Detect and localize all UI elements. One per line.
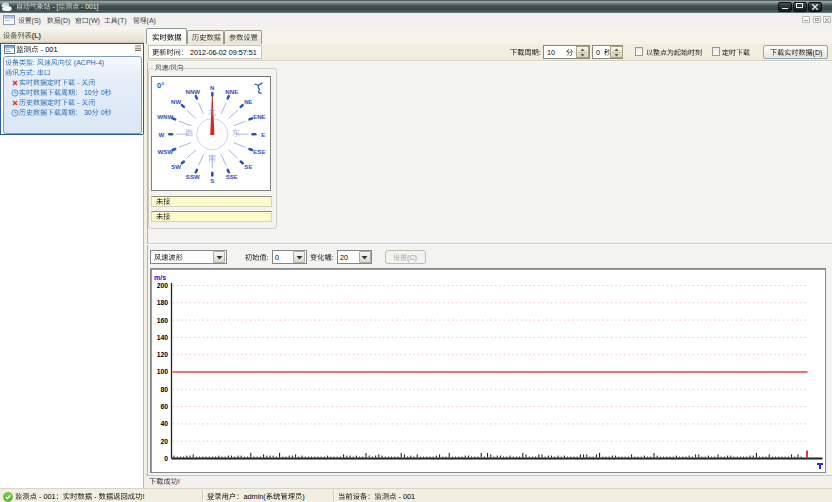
svg-text:): ) (302, 492, 304, 501)
svg-text::: : (331, 253, 335, 262)
svg-text:2012-06-02 09:57:51: 2012-06-02 09:57:51 (188, 48, 257, 57)
svg-text:100: 100 (157, 368, 169, 375)
svg-text:ENE: ENE (253, 112, 266, 119)
svg-text:- 001: - 001 (37, 492, 56, 501)
svg-text:20: 20 (160, 437, 168, 444)
svg-text:180: 180 (157, 299, 169, 306)
svg-text:0: 0 (596, 48, 600, 57)
svg-text:NW: NW (171, 97, 181, 104)
svg-text::: : (33, 69, 37, 76)
svg-text:SSE: SSE (226, 173, 238, 180)
svg-text::: : (266, 253, 270, 262)
svg-text:!: ! (142, 492, 144, 501)
svg-text:200: 200 (157, 281, 169, 288)
svg-text:(W): (W) (89, 17, 100, 25)
svg-text:-: - (92, 492, 99, 501)
svg-text:40: 40 (160, 420, 168, 427)
svg-text:- 001]: - 001] (79, 3, 98, 11)
svg-text:60: 60 (160, 403, 168, 410)
svg-text:SSW: SSW (186, 173, 200, 180)
svg-text:S: S (210, 176, 214, 183)
svg-text:NE: NE (244, 97, 252, 104)
svg-text:140: 140 (157, 333, 169, 340)
svg-text:10: 10 (547, 48, 555, 57)
svg-text:(D): (D) (60, 17, 70, 25)
svg-text:(S): (S) (32, 17, 41, 25)
svg-text:!: ! (178, 477, 180, 486)
svg-text:SW: SW (171, 163, 181, 170)
svg-text:0: 0 (275, 253, 279, 262)
svg-text:E: E (261, 130, 265, 137)
svg-text:0: 0 (99, 89, 105, 96)
svg-text:WNW: WNW (157, 112, 173, 119)
svg-text:(C): (C) (407, 253, 417, 262)
svg-text:N: N (210, 84, 214, 91)
svg-text:(T): (T) (118, 17, 127, 25)
svg-text:SE: SE (244, 163, 252, 170)
svg-text:- 001: - 001 (396, 492, 415, 501)
svg-text:m/s: m/s (154, 274, 166, 281)
svg-text:30: 30 (82, 109, 92, 116)
svg-text:0: 0 (99, 109, 105, 116)
svg-text:(ACPH-4): (ACPH-4) (72, 59, 104, 67)
svg-text:WSW: WSW (157, 148, 173, 155)
svg-text:- 001: - 001 (39, 45, 58, 54)
svg-text:(D): (D) (812, 49, 822, 57)
svg-text:NNE: NNE (225, 87, 238, 94)
svg-text:admin(: admin( (243, 492, 266, 501)
svg-text:160: 160 (157, 316, 169, 323)
svg-text:0: 0 (164, 454, 168, 461)
svg-text:W: W (158, 130, 164, 137)
svg-text:ESE: ESE (253, 148, 265, 155)
svg-text:NNW: NNW (186, 87, 201, 94)
svg-text:(A): (A) (146, 17, 155, 25)
svg-text:/: / (168, 64, 170, 71)
svg-text:80: 80 (160, 385, 168, 392)
svg-text:0°: 0° (157, 80, 164, 89)
svg-text:(L): (L) (32, 31, 42, 40)
svg-text:20: 20 (340, 253, 348, 262)
svg-text:- [: - [ (51, 3, 59, 11)
svg-text:120: 120 (157, 351, 169, 358)
